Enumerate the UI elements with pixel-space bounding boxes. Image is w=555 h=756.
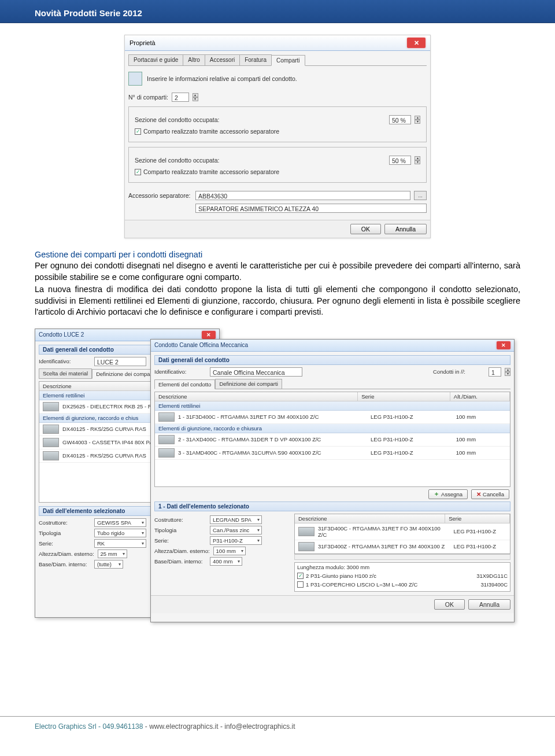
sezione-input[interactable]: 50 % (389, 115, 411, 124)
serie-select[interactable]: RK (94, 539, 146, 548)
page-footer: Electro Graphics Srl - 049.9461138 - www… (0, 716, 555, 735)
condotti-in-input[interactable]: 1 (489, 367, 501, 377)
section-heading: Gestione dei comparti per i condotti dis… (35, 250, 520, 259)
costruttore-label: Costruttore: (39, 519, 91, 526)
thumb-icon (43, 402, 59, 411)
accessorio-code-input[interactable]: ABB43630 (195, 191, 410, 200)
item-serie: LEG P31-H100-Z (371, 414, 453, 420)
dlg-title-text: Condotto Canale Officina Meccanica (154, 342, 248, 348)
sezione-label: Sezione del condotto occupata: (135, 116, 220, 123)
list-item[interactable]: 31F3D400C - RTGAMMA 31RET FO 3M 400X100 … (295, 523, 510, 540)
item-serie: LEG P31-H100-Z (454, 528, 506, 534)
footer-web: www.electrographics.it (149, 722, 218, 731)
checkbox-icon[interactable]: ✓ (135, 128, 141, 135)
tipologia-select[interactable]: Tubo rigido (94, 529, 146, 537)
annulla-button[interactable]: Annulla (468, 599, 510, 610)
thumb-icon (158, 435, 175, 444)
checkbox-icon[interactable] (297, 581, 304, 588)
base-int-label: Base/Diam. interno: (154, 558, 206, 565)
scrollbar[interactable] (294, 554, 510, 560)
ok-button[interactable]: OK (434, 599, 465, 610)
item-label: DX40125 - RKS/25G CURVA RAS (62, 452, 146, 459)
opt-label: 2 P31-Giunto piano H100 z/c (306, 573, 474, 579)
cancella-button[interactable]: ✕Cancella (471, 489, 509, 499)
ident-label: Identificativo: (39, 358, 91, 364)
item-serie: LEG P31-H100-Z (454, 543, 506, 550)
tab-elementi[interactable]: Elementi del condotto (154, 379, 215, 389)
sect-rettilinei: Elementi rettilinei (155, 401, 510, 411)
thumb-icon (298, 527, 314, 536)
spinner-icon[interactable]: ▴▾ (415, 116, 420, 124)
comparto-group-1: Sezione del condotto occupata: 50 % ▴▾ ✓… (128, 106, 427, 142)
assegna-button[interactable]: ＋Assegna (428, 489, 468, 499)
item-desc: 3 - 31AMD400C - RTGAMMA 31CURVA S90 400X… (178, 449, 367, 456)
thumb-icon (43, 451, 59, 460)
checkbox-icon[interactable]: ✓ (297, 573, 304, 579)
item-desc: 31F3D400Z - RTGAMMA 31RET FO 3M 400X100 … (318, 543, 450, 550)
serie-label: Serie: (39, 540, 91, 547)
paragraph-2: La nuova finestra di modifica dei dati c… (35, 284, 520, 318)
condotti-in-label: Condotti in //: (433, 368, 485, 375)
close-icon[interactable]: ✕ (497, 341, 510, 349)
list-item[interactable]: 31F3D400Z - RTGAMMA 31RET FO 3M 400X100 … (295, 540, 510, 554)
costruttore-select[interactable]: GEWISS SPA (94, 518, 146, 527)
base-int-select[interactable]: 400 mm (210, 557, 242, 566)
tab-definizione-comparti[interactable]: Definizione dei comparti (92, 369, 158, 379)
n-comparti-label: N° di comparti: (128, 94, 168, 101)
dlg-condotto-officina: Condotto Canale Officina Meccanica ✕ Dat… (150, 339, 515, 622)
tab-scelta-materiali[interactable]: Scelta dei material (39, 368, 92, 378)
col-descrizione: Descrizione (295, 514, 445, 523)
spinner-icon[interactable]: ▴▾ (505, 368, 510, 376)
dlg-title-text: Condotto LUCE 2 (39, 331, 84, 338)
tipologia-label: Tipologia (154, 527, 206, 533)
serie-select[interactable]: P31-H100-Z (210, 536, 262, 545)
spinner-icon[interactable]: ▴▾ (415, 156, 420, 164)
annulla-button[interactable]: Annulla (384, 224, 427, 234)
dati-elemento-head: 1 - Dati dell'elemento selezionato (154, 501, 510, 511)
accessorio-desc-input[interactable]: SEPARATORE ASIMMETRICO ALTEZZA 40 (195, 204, 427, 213)
thumb-icon (43, 425, 59, 434)
close-icon[interactable]: ✕ (407, 38, 426, 48)
alt-est-label: Altezza/Diam. esterno: (39, 551, 94, 557)
browse-button[interactable]: ... (414, 191, 427, 200)
item-label: DX40125 - RKS/25G CURVA RAS (62, 426, 146, 432)
col-descrizione: Descrizione (155, 392, 358, 401)
tab-foratura[interactable]: Foratura (239, 54, 272, 65)
opt-code: 31I39400C (481, 581, 508, 588)
ident-input[interactable]: LUCE 2 (94, 357, 146, 366)
alt-est-select[interactable]: 25 mm (98, 550, 127, 558)
tab-comparti[interactable]: Comparti (271, 55, 305, 66)
ok-button[interactable]: OK (350, 224, 381, 234)
tab-altro[interactable]: Altro (183, 54, 205, 65)
col-serie: Serie (445, 514, 510, 523)
alt-est-label: Altezza/Diam. esterno: (154, 548, 210, 554)
n-comparti-input[interactable]: 2 (172, 93, 189, 102)
info-icon (128, 72, 142, 86)
lung-modulo: Lunghezza modulo: 3000 mm (297, 564, 508, 570)
opt-code: 31X9DG11C (476, 573, 508, 579)
proprieta-dialog: Proprietà ✕ Portacavi e guide Altro Acce… (124, 35, 431, 238)
alt-est-select[interactable]: 100 mm (213, 547, 246, 555)
accessorio-label: Accessorio separatore: (128, 192, 192, 199)
spinner-icon[interactable]: ▴▾ (193, 93, 198, 101)
ident-input[interactable]: Canale Officina Meccanica (210, 367, 302, 377)
checkbox-icon[interactable]: ✓ (135, 169, 141, 175)
sezione-input[interactable]: 50 % (389, 156, 411, 165)
list-item[interactable]: 3 - 31AMD400C - RTGAMMA 31CURVA S90 400X… (155, 447, 510, 460)
close-icon[interactable]: ✕ (202, 331, 216, 339)
tab-definizione-comparti[interactable]: Definizione dei comparti (215, 379, 282, 389)
base-int-label: Base/Diam. interno: (39, 561, 91, 567)
list-item[interactable]: 2 - 31AXD400C - RTGAMMA 31DER T D VP 400… (155, 433, 510, 447)
base-int-select[interactable]: (tutte) (94, 560, 123, 569)
costruttore-select[interactable]: LEGRAND SPA (210, 515, 262, 524)
item-desc: 1 - 31F3D400C - RTGAMMA 31RET FO 3M 400X… (178, 414, 367, 420)
item-alt: 100 mm (456, 414, 506, 420)
col-serie: Serie (358, 392, 450, 401)
tab-portacavi[interactable]: Portacavi e guide (128, 54, 183, 65)
costruttore-label: Costruttore: (154, 517, 206, 523)
plus-icon: ＋ (434, 491, 439, 498)
list-item[interactable]: 1 - 31F3D400C - RTGAMMA 31RET FO 3M 400X… (155, 411, 510, 424)
item-alt: 100 mm (456, 436, 506, 442)
tipologia-select[interactable]: Can./Pass zinc (210, 526, 262, 534)
tab-accessori[interactable]: Accessori (205, 54, 240, 65)
